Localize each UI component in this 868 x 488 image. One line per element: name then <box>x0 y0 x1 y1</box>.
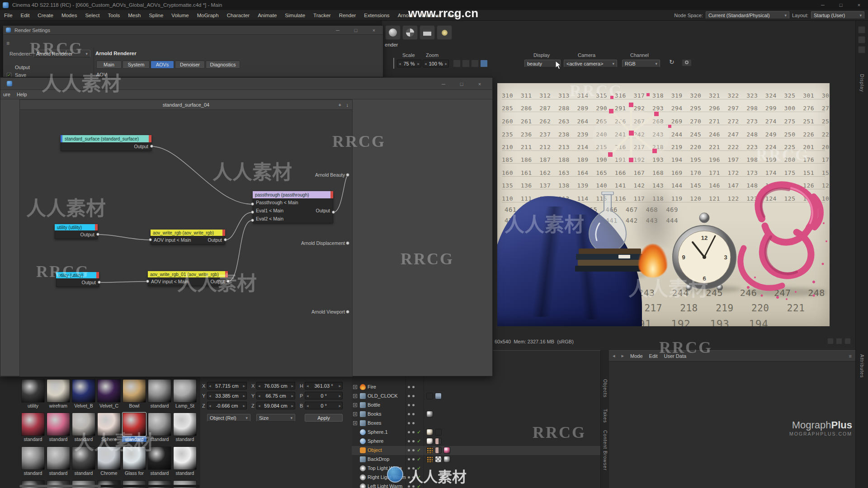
tab-takes[interactable]: Takes <box>603 409 608 423</box>
tab-system[interactable]: System <box>123 61 150 69</box>
material-thumb[interactable] <box>173 446 197 470</box>
material-name[interactable]: standard <box>147 436 172 442</box>
renderview-menu-render[interactable]: ender <box>385 42 398 47</box>
render-sphere-icon[interactable] <box>385 25 401 40</box>
object-row[interactable]: + Fire <box>352 383 600 392</box>
material-name[interactable]: standard <box>173 436 197 442</box>
mograph-tag-icon[interactable] <box>426 447 433 454</box>
texture-tag-icon[interactable] <box>426 393 433 399</box>
menu-help[interactable]: Help <box>443 10 462 21</box>
tab-mode[interactable]: Mode <box>630 353 643 359</box>
menu-modes[interactable]: Modes <box>57 10 81 21</box>
material-tag-icon[interactable] <box>443 456 450 463</box>
menu-spline[interactable]: Spline <box>145 10 167 21</box>
rot-p-input[interactable]: ◂0 °▸ <box>305 392 343 399</box>
node-standard-surface[interactable]: standard_surface (standard_surface) Outp… <box>61 135 151 151</box>
minimize-icon[interactable]: ─ <box>329 26 347 35</box>
material-thumb[interactable] <box>72 379 95 403</box>
materials-scrollbar[interactable] <box>19 485 199 488</box>
close-icon[interactable]: × <box>471 78 489 90</box>
zoom-in-icon[interactable] <box>827 338 834 344</box>
expand-icon[interactable]: + <box>353 412 357 416</box>
texture-tag-icon[interactable] <box>435 429 442 436</box>
material-tag-icon[interactable] <box>426 411 433 418</box>
node-space-select[interactable]: Current (Standard/Physical) ▾ <box>706 11 789 19</box>
scale-input[interactable]: ◂75 %▸ <box>397 60 421 67</box>
output-port[interactable] <box>226 280 230 283</box>
pos-y-input[interactable]: ◂33.385 cm▸ <box>207 392 247 399</box>
object-row[interactable]: + OLD_CLOCK <box>352 392 600 401</box>
tab-objects[interactable]: Objects <box>603 379 608 398</box>
object-row[interactable]: Top Light White ✓ <box>352 464 600 473</box>
material-name-selected[interactable]: standard <box>122 436 146 442</box>
node-utility[interactable]: utility (utility) Output <box>56 272 99 287</box>
object-row[interactable]: Left Light Warm ✓ <box>352 482 600 488</box>
scale-slider[interactable] <box>393 58 394 69</box>
material-thumb[interactable] <box>173 413 197 436</box>
tab-user-data[interactable]: User Data <box>664 353 687 359</box>
material-name[interactable]: utility <box>21 403 45 408</box>
object-row[interactable]: + Books <box>352 410 600 419</box>
menu-file[interactable]: File <box>0 10 17 21</box>
output-port[interactable] <box>96 233 99 236</box>
material-thumb[interactable] <box>72 413 95 436</box>
node-aov-write-rgb[interactable]: aov_write_rgb (aov_write_rgb) AOV input … <box>151 230 225 244</box>
pos-z-input[interactable]: ◂-0.666 cm▸ <box>207 402 247 409</box>
texture-tag-icon[interactable] <box>435 447 442 454</box>
zoom-out-icon[interactable] <box>836 338 842 344</box>
output-port[interactable] <box>224 238 227 241</box>
mograph-tag-icon[interactable] <box>426 456 433 463</box>
layout-select[interactable]: Startup (User) ▾ <box>811 11 864 19</box>
input-port[interactable] <box>251 202 254 206</box>
menu-partial[interactable]: ure <box>0 92 13 97</box>
maximize-icon[interactable]: □ <box>347 26 365 35</box>
menu-extensions[interactable]: Extensions <box>360 10 393 21</box>
nav-forward-icon[interactable]: ▸ <box>622 353 624 359</box>
texture-tag-icon[interactable] <box>435 456 442 463</box>
material-name[interactable]: Sphere <box>97 436 121 442</box>
size-z-input[interactable]: ◂59.084 cm▸ <box>256 402 295 409</box>
displacement-port[interactable] <box>346 241 349 245</box>
material-tag-icon[interactable] <box>426 438 433 445</box>
material-name[interactable]: wirefram <box>46 403 71 408</box>
menu-arnold[interactable]: Arnold <box>394 10 417 21</box>
object-row[interactable]: BackDrop ✓ <box>352 455 600 464</box>
menu-window[interactable]: Window <box>417 10 443 21</box>
nav-back-icon[interactable]: ◂ <box>613 353 615 359</box>
channel-select[interactable]: RGB▾ <box>622 60 660 67</box>
material-thumb-selected[interactable] <box>123 413 146 436</box>
clapper-icon[interactable] <box>420 25 435 40</box>
side-icon[interactable] <box>858 46 865 53</box>
rot-b-input[interactable]: ◂0 °▸ <box>305 402 343 409</box>
material-name[interactable]: standard <box>21 436 45 442</box>
material-name[interactable]: standard <box>173 470 197 476</box>
bulb-icon[interactable] <box>437 25 452 40</box>
material-name[interactable]: Velvet_C <box>97 403 121 408</box>
object-row[interactable]: Sphere.1 ✓ <box>352 428 600 437</box>
material-thumb[interactable] <box>97 379 121 403</box>
object-row[interactable]: + Boxes <box>352 419 600 428</box>
material-thumb[interactable] <box>21 446 45 470</box>
maximize-icon[interactable]: □ <box>453 78 471 90</box>
material-name[interactable]: standard <box>71 470 96 476</box>
minimize-icon[interactable]: ─ <box>814 0 832 10</box>
material-name[interactable]: standard <box>21 470 45 476</box>
material-name[interactable]: Velvet_B <box>71 403 96 408</box>
renderer-select[interactable]: Arnold Renderer▾ <box>33 50 90 57</box>
tab-attributes-vertical[interactable]: Attributes <box>859 354 864 378</box>
close-icon[interactable]: × <box>850 0 868 10</box>
expand-icon[interactable]: + <box>353 385 357 389</box>
tab-edit[interactable]: Edit <box>649 353 658 359</box>
rv-toolbar-icon[interactable] <box>462 60 470 67</box>
menu-render[interactable]: Render <box>335 10 360 21</box>
expand-icon[interactable]: + <box>353 394 357 398</box>
tab-denoiser[interactable]: Denoiser <box>175 61 205 69</box>
menu-create[interactable]: Create <box>33 10 57 21</box>
material-thumb[interactable] <box>148 446 171 470</box>
material-thumb[interactable] <box>97 413 121 436</box>
input-port[interactable] <box>146 280 149 283</box>
side-icon[interactable] <box>858 36 865 43</box>
node-aov-write-rgb-01[interactable]: aov_write_rgb_01 (aov_write_rgb) AOV inp… <box>148 271 228 286</box>
texture-tag-icon[interactable] <box>435 393 442 399</box>
menu-select[interactable]: Select <box>81 10 104 21</box>
